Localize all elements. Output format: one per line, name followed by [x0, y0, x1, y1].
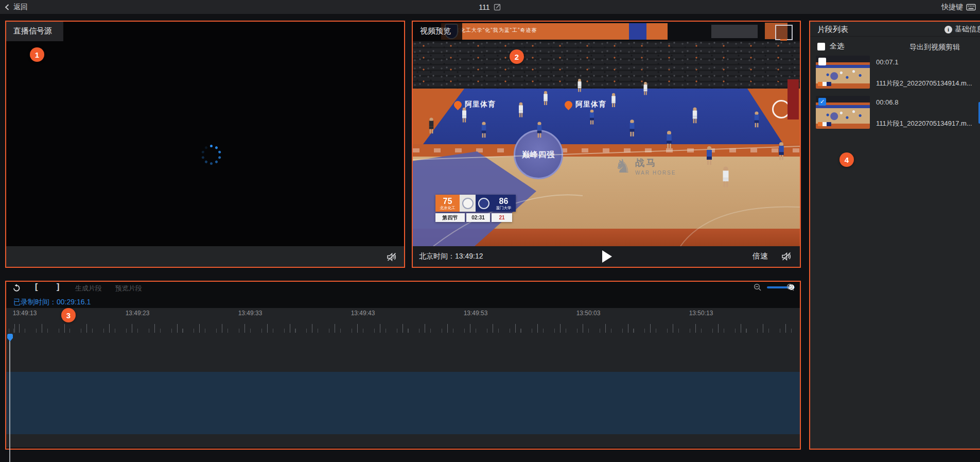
clip-checkbox[interactable] [818, 58, 826, 65]
ruler-time-label: 13:49:13 [13, 310, 37, 317]
home-score: 75 [443, 197, 452, 206]
loading-spinner [200, 143, 222, 166]
step-badge-1: 1 [30, 47, 44, 62]
ruler-time-label: 13:49:23 [126, 310, 150, 317]
away-team-logo [476, 195, 492, 212]
away-team-name: 厦门大学 [496, 206, 512, 210]
clip-duration: 00:07.1 [876, 58, 898, 66]
recorded-track-band [6, 372, 800, 434]
live-source-panel: 直播信号源 [5, 21, 405, 268]
clip-duration: 00:06.8 [876, 98, 898, 106]
step-badge-4: 4 [839, 152, 854, 167]
speed-button[interactable]: 倍速 [752, 251, 768, 261]
live-mute-icon[interactable] [386, 251, 398, 263]
ruler-time-label: 13:50:03 [576, 310, 601, 317]
beijing-time: 北京时间：13:49:12 [419, 252, 483, 261]
recorded-time: 已录制时间：00:29:16.1 [13, 298, 91, 307]
clip-list-header: 片段列表 i 基础信息 [810, 22, 980, 37]
step-badge-3: 3 [61, 308, 76, 322]
clip-filename: 111片段2_20220705134914.m... [876, 79, 980, 88]
shot-clock: 21 [492, 213, 512, 222]
score-overlay: 75北京化工 86厦门大学 第四节 02:31 21 [435, 195, 517, 222]
step-badge-2: 2 [510, 49, 524, 64]
play-button[interactable] [602, 250, 612, 263]
ruler-time-label: 13:49:33 [238, 310, 262, 317]
undo-button[interactable] [12, 284, 21, 292]
select-all-label: 全选 [830, 42, 844, 51]
select-all-checkbox[interactable] [817, 43, 825, 50]
video-preview-label: 视频预览 [413, 22, 462, 41]
mark-in-button[interactable]: [ [35, 282, 38, 292]
clip-list-item: 00:06.8 111片段1_20220705134917.m... [810, 96, 980, 136]
timeline-panel: [ ] 生成片段 预览片段 已录制时间：00:29:16.1 13:49:131… [5, 281, 801, 450]
top-bar: 返回 111 快捷键 [0, 0, 980, 14]
zoom-out-icon[interactable] [754, 283, 762, 292]
page-title: 111 [479, 3, 489, 11]
edit-title-icon[interactable] [494, 3, 501, 11]
basic-info-button[interactable]: i 基础信息 [944, 25, 980, 34]
ruler-ticks-minor [6, 329, 800, 333]
clip-filename: 111片段1_20220705134917.m... [876, 119, 980, 128]
away-score: 86 [499, 197, 509, 206]
home-team-name: 北京化工 [440, 206, 456, 210]
export-to-editor-button[interactable]: 导出到视频剪辑 [909, 43, 960, 52]
clip-list-panel: 片段列表 i 基础信息 全选 导出到视频剪辑 00:07.1 111片段2_20… [809, 21, 980, 450]
live-source-label: 直播信号源 [6, 22, 63, 41]
shortcuts-button[interactable]: 快捷键 [941, 0, 976, 14]
shortcuts-label: 快捷键 [941, 3, 963, 12]
preview-clip-button[interactable]: 预览片段 [115, 284, 142, 293]
home-team-logo [460, 195, 476, 212]
select-all-row: 全选 [817, 42, 844, 51]
generate-clip-button[interactable]: 生成片段 [75, 284, 102, 293]
keyboard-icon [966, 4, 976, 11]
quarter-label: 第四节 [435, 213, 465, 222]
title-wrap: 111 [0, 0, 980, 14]
video-preview-frame[interactable]: 北京化工大学“化”我为蓝“工”奇迹赛 阿里体育 阿里体育 [413, 22, 800, 246]
video-preview-panel: 北京化工大学“化”我为蓝“工”奇迹赛 阿里体育 阿里体育 [412, 21, 801, 268]
playhead-line [9, 340, 10, 462]
preview-mute-icon[interactable] [780, 250, 793, 263]
game-clock: 02:31 [466, 213, 490, 222]
info-icon: i [944, 26, 952, 33]
preview-bottom-bar: 北京时间：13:49:12 倍速 [413, 246, 800, 267]
clip-checkbox[interactable] [818, 98, 826, 106]
ruler-time-label: 13:50:13 [689, 310, 713, 317]
clip-list-item: 00:07.1 111片段2_20220705134914.m... [810, 56, 980, 96]
timeline-ruler[interactable]: 13:49:1313:49:2313:49:3313:49:4313:49:53… [6, 308, 800, 448]
app-root: 返回 111 快捷键 直播信号源 北京化工大学“化”我为蓝“工”奇迹赛 [0, 0, 980, 462]
mark-out-button[interactable]: ] [57, 282, 59, 292]
ruler-time-label: 13:49:43 [351, 310, 375, 317]
live-bottom-bar [6, 246, 404, 267]
ruler-time-label: 13:49:53 [464, 310, 488, 317]
clip-list-title: 片段列表 [817, 25, 848, 35]
timeline-toolbar: [ ] 生成片段 预览片段 [6, 282, 800, 294]
zoom-in-icon[interactable] [786, 283, 795, 292]
playhead-handle[interactable] [7, 334, 13, 341]
